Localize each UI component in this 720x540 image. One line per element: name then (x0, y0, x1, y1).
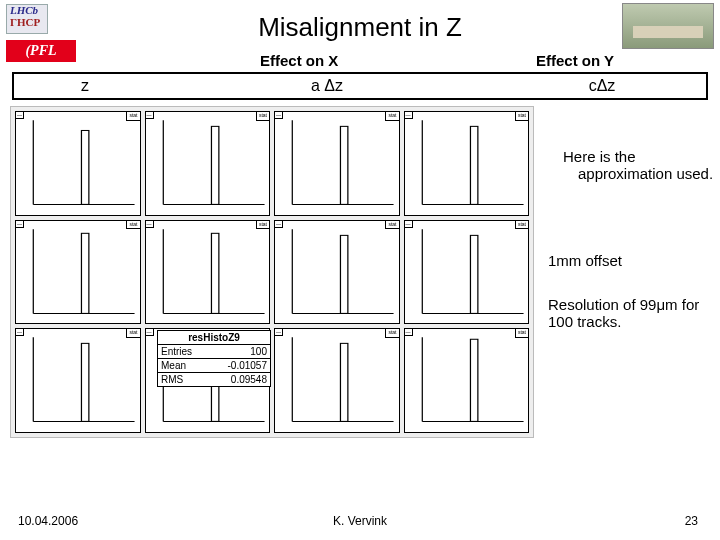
svg-rect-17 (211, 233, 218, 313)
histogram-panel: —stat (274, 111, 400, 216)
footer-page: 23 (685, 514, 698, 528)
epfl-logo: (PFL (6, 40, 76, 62)
svg-rect-11 (470, 126, 477, 204)
svg-rect-14 (81, 233, 88, 313)
text-offset: 1mm offset (548, 252, 714, 269)
histogram-panel: —stat (404, 111, 530, 216)
header-effect-x: Effect on X (260, 52, 338, 69)
svg-rect-5 (211, 126, 218, 204)
cell-cdz: cΔz (498, 77, 706, 95)
svg-rect-32 (340, 344, 347, 422)
histogram-panel: —stat (274, 220, 400, 325)
svg-rect-26 (81, 344, 88, 422)
stat-mean-label: Mean (161, 360, 186, 371)
histogram-panel: —stat (274, 328, 400, 433)
histogram-panel: —stat (15, 111, 141, 216)
histogram-panel: —stat (404, 328, 530, 433)
cell-z: z (14, 77, 156, 95)
header-effect-y: Effect on Y (536, 52, 614, 69)
histogram-panel: —stat (404, 220, 530, 325)
stat-rms-val: 0.09548 (231, 374, 267, 385)
stat-entries-label: Entries (161, 346, 192, 357)
svg-rect-23 (470, 235, 477, 313)
formula-row: z a Δz cΔz (12, 72, 708, 100)
stat-entries-val: 100 (250, 346, 267, 357)
stat-box: resHistoZ9 Entries100 Mean-0.01057 RMS0.… (157, 330, 271, 387)
svg-rect-8 (340, 126, 347, 204)
svg-rect-35 (470, 340, 477, 422)
svg-rect-2 (81, 130, 88, 204)
text-approximation: Here is the approximation used. (548, 148, 714, 182)
plot-grid: —stat —stat —stat —stat —stat —stat —sta… (10, 106, 534, 438)
histogram-panel: —stat (145, 111, 271, 216)
epfl-logo-text: (PFL (25, 43, 56, 59)
stat-rms-label: RMS (161, 374, 183, 385)
svg-rect-20 (340, 235, 347, 313)
histogram-panel: —stat (15, 220, 141, 325)
text-resolution: Resolution of 99μm for 100 tracks. (548, 296, 714, 330)
footer-author: K. Vervink (0, 514, 720, 528)
cell-adz: a Δz (156, 77, 498, 95)
stat-mean-val: -0.01057 (228, 360, 267, 371)
histogram-panel: —stat (15, 328, 141, 433)
histogram-panel: —stat (145, 220, 271, 325)
stat-title: resHistoZ9 (158, 331, 270, 345)
page-title: Misalignment in Z (0, 12, 720, 43)
